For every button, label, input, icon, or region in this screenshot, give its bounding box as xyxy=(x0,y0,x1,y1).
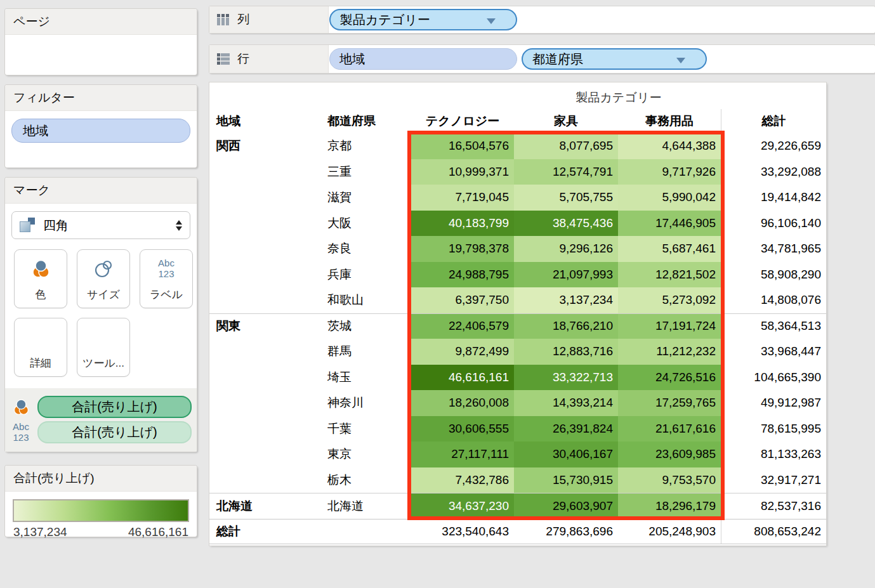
grand-total-value[interactable]: 279,863,696 xyxy=(514,519,618,544)
tooltip-button[interactable]: ツール... xyxy=(77,318,130,377)
value-cell[interactable]: 46,616,161 xyxy=(411,365,514,391)
value-cell[interactable]: 17,191,724 xyxy=(618,313,721,339)
value-cell[interactable]: 16,504,576 xyxy=(411,133,514,159)
value-cell[interactable]: 33,322,713 xyxy=(514,365,618,391)
value-cell[interactable]: 5,705,755 xyxy=(514,185,618,211)
value-cell[interactable]: 21,617,616 xyxy=(618,416,721,442)
row-total-cell[interactable]: 58,908,290 xyxy=(721,262,826,288)
value-cell[interactable]: 30,406,167 xyxy=(514,441,618,467)
legend-gradient-bar[interactable] xyxy=(13,499,189,522)
row-header-region[interactable] xyxy=(209,236,320,262)
value-cell[interactable]: 24,988,795 xyxy=(411,262,514,288)
row-header-region[interactable] xyxy=(209,416,320,442)
row-header-prefecture[interactable]: 奈良 xyxy=(320,236,411,262)
spinner-arrows-icon[interactable] xyxy=(176,220,182,231)
value-cell[interactable]: 7,432,786 xyxy=(411,467,514,493)
column-field-label[interactable]: 製品カテゴリー xyxy=(411,89,826,106)
mark-type-dropdown[interactable]: 四角 xyxy=(11,211,190,239)
value-cell[interactable]: 9,753,570 xyxy=(618,467,721,493)
value-cell[interactable]: 12,574,791 xyxy=(514,159,618,185)
value-cell[interactable]: 12,821,502 xyxy=(618,262,721,288)
pill-menu-caret-icon[interactable] xyxy=(487,18,496,24)
value-cell[interactable]: 18,766,210 xyxy=(514,313,618,339)
row-header-region[interactable]: 関西 xyxy=(209,133,320,159)
value-cell[interactable]: 9,717,926 xyxy=(618,159,721,185)
col-header-prefecture[interactable]: 都道府県 xyxy=(320,109,411,133)
row-header-prefecture[interactable]: 三重 xyxy=(320,159,411,185)
value-cell[interactable]: 22,406,579 xyxy=(411,313,514,339)
value-cell[interactable]: 24,726,516 xyxy=(618,365,721,391)
grand-total-overall[interactable]: 808,653,242 xyxy=(721,519,826,544)
row-header-region[interactable] xyxy=(209,339,320,365)
row-total-cell[interactable]: 32,917,271 xyxy=(721,467,826,493)
row-total-cell[interactable]: 14,808,076 xyxy=(721,287,826,313)
row-header-region[interactable] xyxy=(209,441,320,467)
value-cell[interactable]: 18,296,179 xyxy=(618,493,721,519)
value-cell[interactable]: 19,798,378 xyxy=(411,236,514,262)
rows-pill-prefecture[interactable]: 都道府県 xyxy=(522,48,707,70)
col-header-category[interactable]: 家具 xyxy=(514,109,618,133)
value-cell[interactable]: 9,296,126 xyxy=(514,236,618,262)
value-cell[interactable]: 23,609,985 xyxy=(618,441,721,467)
filter-pill-region[interactable]: 地域 xyxy=(11,119,190,143)
row-total-cell[interactable]: 78,615,995 xyxy=(721,416,826,442)
row-header-prefecture[interactable]: 北海道 xyxy=(320,493,411,519)
value-cell[interactable]: 10,999,371 xyxy=(411,159,514,185)
row-header-region[interactable] xyxy=(209,211,320,237)
row-header-prefecture[interactable]: 京都 xyxy=(320,133,411,159)
row-header-region[interactable]: 北海道 xyxy=(209,493,320,519)
value-cell[interactable]: 4,644,388 xyxy=(618,133,721,159)
row-total-cell[interactable]: 19,414,842 xyxy=(721,185,826,211)
row-header-prefecture[interactable]: 埼玉 xyxy=(320,365,411,391)
value-cell[interactable]: 11,212,232 xyxy=(618,339,721,365)
value-cell[interactable]: 12,883,716 xyxy=(514,339,618,365)
value-cell[interactable]: 3,137,234 xyxy=(514,287,618,313)
row-header-prefecture[interactable]: 神奈川 xyxy=(320,390,411,416)
row-total-cell[interactable]: 96,106,140 xyxy=(721,211,826,237)
value-cell[interactable]: 5,273,092 xyxy=(618,287,721,313)
row-total-cell[interactable]: 81,133,263 xyxy=(721,441,826,467)
value-cell[interactable]: 38,475,436 xyxy=(514,211,618,237)
detail-button[interactable]: 詳細 xyxy=(14,318,67,377)
rows-pill-region[interactable]: 地域 xyxy=(329,48,517,70)
rows-shelf[interactable]: 行 地域 都道府県 xyxy=(209,45,875,73)
row-header-region[interactable] xyxy=(209,287,320,313)
value-cell[interactable]: 34,637,230 xyxy=(411,493,514,519)
row-header-region[interactable] xyxy=(209,262,320,288)
row-total-cell[interactable]: 104,665,390 xyxy=(721,365,826,391)
value-cell[interactable]: 7,719,045 xyxy=(411,185,514,211)
label-pill-sum-sales[interactable]: 合計(売り上げ) xyxy=(37,421,192,443)
row-header-prefecture[interactable]: 大阪 xyxy=(320,211,411,237)
col-header-category[interactable]: 事務用品 xyxy=(618,109,721,133)
col-header-region[interactable]: 地域 xyxy=(209,109,320,133)
col-header-category[interactable]: テクノロジー xyxy=(411,109,514,133)
row-header-region[interactable] xyxy=(209,467,320,493)
row-header-prefecture[interactable]: 滋賀 xyxy=(320,185,411,211)
row-header-region[interactable] xyxy=(209,185,320,211)
row-header-region[interactable] xyxy=(209,159,320,185)
value-cell[interactable]: 27,117,111 xyxy=(411,441,514,467)
value-cell[interactable]: 14,393,214 xyxy=(514,390,618,416)
row-header-prefecture[interactable]: 兵庫 xyxy=(320,262,411,288)
row-header-region[interactable]: 関東 xyxy=(209,313,320,339)
col-header-total[interactable]: 総計 xyxy=(721,109,826,133)
row-total-cell[interactable]: 82,537,316 xyxy=(721,493,826,519)
value-cell[interactable]: 21,097,993 xyxy=(514,262,618,288)
value-cell[interactable]: 8,077,695 xyxy=(514,133,618,159)
columns-shelf[interactable]: 列 製品カテゴリー xyxy=(209,6,875,33)
row-header-region[interactable] xyxy=(209,365,320,391)
row-header-prefecture[interactable]: 和歌山 xyxy=(320,287,411,313)
row-total-cell[interactable]: 33,292,088 xyxy=(721,159,826,185)
value-cell[interactable]: 29,603,907 xyxy=(514,493,618,519)
value-cell[interactable]: 5,990,042 xyxy=(618,185,721,211)
row-header-prefecture[interactable]: 群馬 xyxy=(320,339,411,365)
row-header-prefecture[interactable]: 茨城 xyxy=(320,313,411,339)
row-total-cell[interactable]: 29,226,659 xyxy=(721,133,826,159)
value-cell[interactable]: 26,391,824 xyxy=(514,416,618,442)
value-cell[interactable]: 17,446,905 xyxy=(618,211,721,237)
columns-pill-product-category[interactable]: 製品カテゴリー xyxy=(329,9,517,30)
value-cell[interactable]: 17,259,765 xyxy=(618,390,721,416)
value-cell[interactable]: 40,183,799 xyxy=(411,211,514,237)
row-total-cell[interactable]: 49,912,987 xyxy=(721,390,826,416)
value-cell[interactable]: 6,397,750 xyxy=(411,287,514,313)
